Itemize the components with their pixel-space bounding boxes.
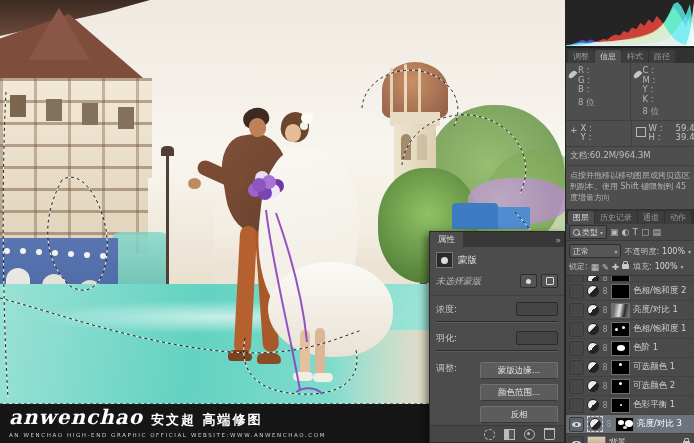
layer-mask-thumbnail[interactable] bbox=[611, 303, 630, 318]
add-pixel-mask-button[interactable] bbox=[520, 274, 537, 288]
tab-样式[interactable]: 样式 bbox=[622, 50, 648, 63]
invert-button[interactable]: 反相 bbox=[480, 406, 558, 423]
feather-input[interactable] bbox=[516, 331, 558, 345]
layer-name[interactable]: 色彩平衡 1 bbox=[633, 399, 691, 411]
visibility-empty-well[interactable] bbox=[569, 322, 584, 337]
density-input[interactable] bbox=[516, 302, 558, 316]
layer-row[interactable]: 8可选颜色 1 bbox=[566, 358, 694, 377]
link-icon: 8 bbox=[606, 420, 612, 429]
layer-mask-thumbnail[interactable] bbox=[615, 417, 634, 432]
adjustment-layer-icon[interactable] bbox=[587, 361, 599, 373]
adjustment-layer-icon[interactable] bbox=[587, 342, 599, 354]
tab-路径[interactable]: 路径 bbox=[649, 50, 675, 63]
lock-position-icon[interactable]: ✚ bbox=[612, 262, 619, 272]
adjustment-layer-icon[interactable] bbox=[587, 380, 599, 392]
layer-name[interactable]: 色阶 1 bbox=[633, 342, 691, 354]
collapse-panel-icon[interactable]: » bbox=[555, 235, 560, 245]
filter-shape-icon[interactable]: ▢ bbox=[641, 226, 650, 238]
feather-label: 羽化: bbox=[436, 332, 457, 345]
apply-mask-icon[interactable] bbox=[504, 429, 515, 440]
layer-mask-thumbnail[interactable] bbox=[611, 379, 630, 394]
tab-图层[interactable]: 图层 bbox=[568, 211, 594, 224]
layer-row[interactable]: 8色相/饱和度 1 bbox=[566, 320, 694, 339]
fill-label: 填充: bbox=[633, 261, 652, 272]
tab-properties[interactable]: 属性 bbox=[430, 232, 463, 247]
layer-row[interactable]: 8亮度/对比 1 bbox=[566, 301, 694, 320]
link-icon: 8 bbox=[602, 344, 608, 353]
visibility-eye-icon[interactable] bbox=[569, 417, 584, 432]
lock-transparency-icon[interactable]: ▦ bbox=[591, 262, 599, 272]
cursor-xy: + X : Y : bbox=[566, 121, 631, 146]
lock-label: 锁定: bbox=[569, 261, 588, 272]
lock-row: 锁定: ▦ ✎ ✚ 填充: 100% ▾ bbox=[566, 259, 694, 276]
layer-row[interactable]: 8色阶 1 bbox=[566, 339, 694, 358]
layer-mask-thumbnail[interactable] bbox=[611, 284, 630, 299]
histogram-panel bbox=[566, 0, 694, 48]
layer-name[interactable]: 色相/饱和度 1 bbox=[633, 323, 691, 335]
feather-slider[interactable] bbox=[436, 350, 558, 352]
cmyk-readout: C :M :Y :K :8 位 bbox=[630, 63, 694, 120]
layer-row[interactable]: 8色彩平衡 1 bbox=[566, 396, 694, 415]
visibility-empty-well[interactable] bbox=[569, 379, 584, 394]
adjustment-layer-icon[interactable] bbox=[589, 418, 601, 430]
delete-mask-icon[interactable] bbox=[544, 428, 555, 440]
layer-name[interactable]: 背景 bbox=[609, 437, 680, 443]
tab-历史记录[interactable]: 历史记录 bbox=[595, 211, 637, 224]
layer-mask-thumbnail[interactable] bbox=[611, 398, 630, 413]
color-range-button[interactable]: 颜色范围… bbox=[480, 384, 558, 401]
layer-name[interactable]: 可选颜色 1 bbox=[633, 361, 691, 373]
layer-mask-thumbnail[interactable] bbox=[611, 322, 630, 337]
layer-name[interactable]: 可选颜色 2 bbox=[633, 380, 691, 392]
feather-row: 羽化: bbox=[430, 325, 564, 345]
adjustment-layer-icon[interactable] bbox=[587, 323, 599, 335]
visibility-eye-icon[interactable] bbox=[569, 436, 584, 443]
tab-通道[interactable]: 通道 bbox=[638, 211, 664, 224]
visibility-empty-well[interactable] bbox=[569, 360, 584, 375]
layer-mask-thumbnail[interactable] bbox=[611, 341, 630, 356]
layer-thumbnail[interactable] bbox=[587, 436, 606, 443]
tab-信息[interactable]: 信息 bbox=[595, 50, 621, 63]
filter-type-icon[interactable]: T bbox=[632, 226, 638, 238]
lock-pixels-icon[interactable]: ✎ bbox=[602, 262, 609, 272]
layer-row[interactable]: 8可选颜色 2 bbox=[566, 377, 694, 396]
layer-row[interactable]: 8亮度/对比 3 bbox=[566, 415, 694, 434]
visibility-empty-well[interactable] bbox=[569, 284, 584, 299]
blend-mode-select[interactable]: 正常 ▾ bbox=[569, 244, 621, 258]
adjustment-layer-icon[interactable] bbox=[587, 285, 599, 297]
mask-edge-button[interactable]: 蒙版边缘… bbox=[480, 362, 558, 379]
tab-调整[interactable]: 调整 bbox=[568, 50, 594, 63]
layer-name[interactable]: 亮度/对比 3 bbox=[637, 418, 691, 430]
visibility-empty-well[interactable] bbox=[569, 398, 584, 413]
layer-row-background[interactable]: 背景 bbox=[566, 434, 694, 443]
disable-mask-icon[interactable] bbox=[524, 429, 535, 440]
chevron-down-icon: ▾ bbox=[688, 248, 691, 255]
load-selection-from-mask-icon[interactable] bbox=[484, 429, 495, 440]
mask-header-row: 蒙版 bbox=[430, 247, 564, 271]
eyedropper-icon bbox=[632, 70, 642, 80]
visibility-empty-well[interactable] bbox=[569, 341, 584, 356]
mask-status-row: 未选择蒙版 bbox=[430, 271, 564, 296]
fill-value[interactable]: 100% bbox=[655, 262, 678, 271]
density-slider[interactable] bbox=[436, 321, 558, 323]
lock-all-icon[interactable] bbox=[622, 264, 629, 269]
crosshair-icon: + bbox=[570, 126, 578, 143]
add-vector-mask-button[interactable] bbox=[541, 274, 558, 288]
properties-panel: 属性 » 蒙版 未选择蒙版 浓度: 羽化: 调整: 蒙版边缘… 颜色范围… 反相 bbox=[429, 231, 565, 443]
filter-adjustment-icon[interactable]: ◐ bbox=[622, 226, 630, 238]
density-label: 浓度: bbox=[436, 303, 457, 316]
link-icon: 8 bbox=[602, 306, 608, 315]
visibility-empty-well[interactable] bbox=[569, 303, 584, 318]
filter-pixel-icon[interactable]: ▣ bbox=[610, 226, 619, 238]
layer-name[interactable]: 色相/饱和度 2 bbox=[633, 285, 691, 297]
blend-row: 正常 ▾ 不透明度: 100% ▾ bbox=[566, 241, 694, 259]
layer-name[interactable]: 亮度/对比 1 bbox=[633, 304, 691, 316]
filter-smartobject-icon[interactable]: ▤ bbox=[652, 226, 661, 238]
tab-动作[interactable]: 动作 bbox=[665, 211, 691, 224]
adjustment-layer-icon[interactable] bbox=[587, 399, 599, 411]
link-icon: 8 bbox=[602, 325, 608, 334]
layer-mask-thumbnail[interactable] bbox=[611, 360, 630, 375]
adjustment-layer-icon[interactable] bbox=[587, 304, 599, 316]
filter-kind-dropdown[interactable]: 类型 ▾ bbox=[569, 225, 607, 239]
layer-row[interactable]: 8色相/饱和度 2 bbox=[566, 282, 694, 301]
opacity-value[interactable]: 100% bbox=[662, 247, 685, 256]
